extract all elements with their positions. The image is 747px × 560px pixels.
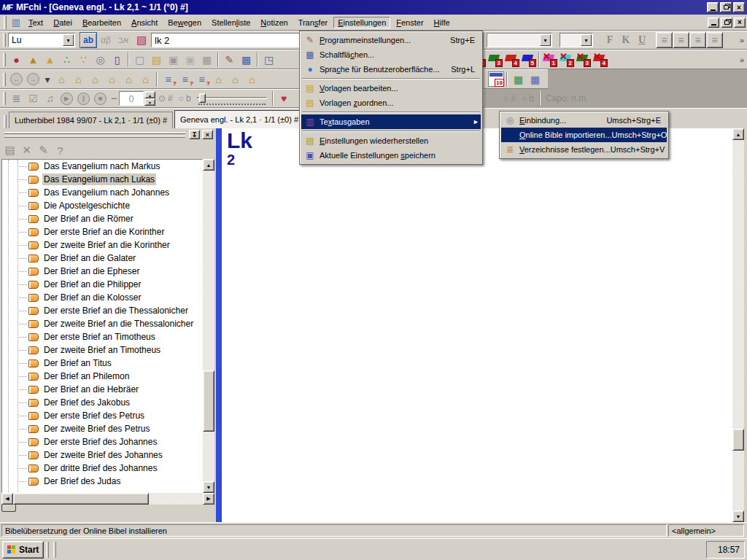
- scroll-up-icon[interactable]: ▲: [732, 128, 744, 140]
- tree-item[interactable]: Der erste Brief an die Thessalonicher: [2, 304, 202, 317]
- settings-menu-item-programmeinstellungen[interactable]: ✎Programmeinstellungen...Strg+E: [301, 33, 481, 47]
- table-export-icon[interactable]: ▦: [510, 71, 527, 88]
- window-doc-18-icon[interactable]: 18: [488, 71, 504, 87]
- slider-thumb[interactable]: [199, 93, 206, 103]
- home-window-3-icon[interactable]: ⌂: [87, 71, 104, 88]
- tree-item[interactable]: Der erste Brief des Johannes: [2, 435, 202, 448]
- home-window-1-icon[interactable]: ⌂: [53, 71, 70, 88]
- restore-button[interactable]: [720, 2, 732, 12]
- settings-menu-item-aktuelleeinstellungenspeichern[interactable]: ▣Aktuelle Einstellungen speichern: [301, 148, 481, 163]
- remove-highlight-4-icon[interactable]: ✕4: [592, 52, 608, 67]
- start-button[interactable]: Start: [2, 541, 44, 559]
- textausgaben-submenu-item-einbindung[interactable]: ◎Einbindung...Umsch+Strg+E: [501, 113, 667, 128]
- save-icon[interactable]: ▣: [165, 52, 182, 68]
- menubar-item-fenster[interactable]: Fenster: [392, 17, 427, 28]
- align-right-button[interactable]: ≡: [689, 32, 706, 48]
- back-button[interactable]: ←: [8, 71, 25, 88]
- print-icon[interactable]: ▦: [198, 52, 215, 68]
- buttons-config-icon[interactable]: ▩: [238, 52, 255, 68]
- help-icon[interactable]: ?: [52, 142, 69, 158]
- highlighter-5-icon[interactable]: 5: [521, 52, 536, 67]
- tree-item[interactable]: Das Evangelium nach Lukas: [2, 173, 202, 186]
- notes-list-icon[interactable]: ≣: [8, 90, 25, 106]
- tree-item[interactable]: Der zweite Brief an Timotheus: [2, 343, 202, 357]
- home-window-8-icon[interactable]: ⌂: [227, 71, 244, 88]
- program-settings-icon[interactable]: ✎: [221, 52, 238, 68]
- stop-icon[interactable]: ■: [92, 90, 109, 106]
- text-vertical-scrollbar[interactable]: ▲ ▼: [732, 128, 744, 522]
- home-window-4-icon[interactable]: ⌂: [104, 71, 120, 88]
- tree-item[interactable]: Der Brief an die Epheser: [2, 265, 202, 278]
- textausgaben-submenu-item-verzeichnissefestlegen[interactable]: ≣Verzeichnisse festlegen...Umsch+Strg+V: [501, 142, 667, 157]
- tree-item[interactable]: Die Apostelgeschichte: [2, 199, 202, 212]
- tree-item[interactable]: Der dritte Brief des Johannes: [2, 462, 202, 475]
- door-exit-icon[interactable]: ▯: [109, 52, 125, 68]
- menubar-item-transfer[interactable]: Transfer: [294, 17, 333, 28]
- tree-horizontal-scrollbar[interactable]: ◀ ▶: [1, 493, 214, 505]
- tree-item[interactable]: Der Brief an die Kolosser: [2, 291, 202, 304]
- chevron-down-icon[interactable]: ▾: [540, 34, 551, 46]
- add-texts-icon[interactable]: ▤: [1, 142, 18, 158]
- tree-item[interactable]: Der Brief des Jakobus: [2, 396, 202, 409]
- close-program-icon[interactable]: ●: [8, 52, 25, 68]
- scroll-thumb[interactable]: [203, 370, 214, 432]
- highlighter-3-icon[interactable]: 3: [487, 52, 503, 67]
- reference-list-3-icon[interactable]: ≡?: [193, 71, 210, 88]
- save-copy-icon[interactable]: ▣: [182, 52, 198, 68]
- forward-button[interactable]: →: [25, 71, 42, 88]
- scroll-up-icon[interactable]: ▲: [203, 159, 214, 171]
- toolbar-grip[interactable]: [3, 34, 6, 47]
- tree-item[interactable]: Der erste Brief an Timotheus: [2, 330, 202, 343]
- music-notes-icon[interactable]: ♫: [42, 90, 58, 106]
- taskbar-grip[interactable]: [46, 542, 49, 558]
- settings-menu-item-textausgaben[interactable]: ▥Textausgaben►: [301, 114, 481, 129]
- tree-item[interactable]: Der Brief an die Römer: [2, 212, 202, 225]
- text-group-icon[interactable]: ∵: [75, 52, 92, 68]
- tree-item[interactable]: Der erste Brief des Petrus: [2, 409, 202, 422]
- close-icon[interactable]: ×: [202, 130, 213, 139]
- home-window-6-icon[interactable]: ⌂: [137, 71, 154, 88]
- remove-highlight-2-icon[interactable]: ✕2: [559, 52, 574, 67]
- bible-text-pane[interactable]: Lk 2: [222, 128, 732, 522]
- home-window-7-icon[interactable]: ⌂: [210, 71, 227, 88]
- cd-icon[interactable]: ◎: [92, 52, 109, 68]
- mdi-close-button[interactable]: ×: [734, 18, 746, 28]
- toolbar-grip[interactable]: [3, 73, 6, 86]
- sidebar-tab-inhalt[interactable]: [1, 505, 16, 512]
- flat-radio[interactable]: ○ b: [179, 93, 191, 104]
- tree-item[interactable]: Der Brief an die Philipper: [2, 278, 202, 291]
- textausgaben-submenu-item-onlinebibleimportieren[interactable]: Online Bible importieren...Umsch+Strg+O: [501, 128, 667, 142]
- pause-icon[interactable]: ∥: [75, 90, 92, 106]
- chevron-down-icon[interactable]: ▾: [581, 34, 592, 46]
- toolbar-overflow-button[interactable]: »: [738, 55, 746, 64]
- bold-button[interactable]: F: [602, 33, 618, 47]
- menubar-item-bearbeiten[interactable]: Bearbeiten: [78, 17, 125, 28]
- history-dropdown[interactable]: ▾: [42, 71, 53, 88]
- tree-item[interactable]: Der zweite Brief an die Thessalonicher: [2, 317, 202, 330]
- remove-highlight-1-icon[interactable]: ✕1: [542, 52, 557, 67]
- home-window-9-icon[interactable]: ⌂: [244, 71, 260, 88]
- menubar-item-text[interactable]: Text: [24, 17, 47, 28]
- toolbar-grip[interactable]: [4, 115, 7, 128]
- menubar-item-stellenliste[interactable]: Stellenliste: [207, 17, 255, 28]
- scroll-left-icon[interactable]: ◀: [1, 493, 13, 505]
- checklist-icon[interactable]: ☑: [25, 90, 42, 106]
- taskbar-grip[interactable]: [53, 542, 56, 558]
- underline-button[interactable]: U: [634, 33, 650, 47]
- menubar-item-ansicht[interactable]: Ansicht: [127, 17, 162, 28]
- settings-menu-item-schaltflächen[interactable]: ▩Schaltflächen...: [301, 47, 481, 62]
- delete-icon[interactable]: ✕: [18, 142, 35, 158]
- scroll-down-icon[interactable]: ▼: [732, 510, 744, 522]
- new-document-icon[interactable]: ▢: [131, 52, 148, 68]
- toolbar-grip[interactable]: [3, 92, 6, 105]
- settings-menu-item-einstellungenwiederherstellen[interactable]: ▤Einstellungen wiederherstellen: [301, 133, 481, 148]
- decrease-button[interactable]: −: [109, 91, 119, 106]
- favorites-icon[interactable]: ♥: [276, 90, 293, 106]
- play-icon[interactable]: ▶: [58, 90, 75, 106]
- toolbar-grip[interactable]: [4, 16, 7, 29]
- settings-menu-item-sprachefürbenutzeroberfläche[interactable]: ●Sprache für Benutzeroberfläche...Strg+L: [301, 62, 481, 77]
- sharp-radio[interactable]: ⊙ #: [158, 93, 173, 104]
- settings-menu-item-vorlagenbearbeiten[interactable]: ▤Vorlagen bearbeiten...: [301, 81, 481, 96]
- font-select[interactable]: ▾: [487, 33, 552, 47]
- menubar-item-datei[interactable]: Datei: [49, 17, 77, 28]
